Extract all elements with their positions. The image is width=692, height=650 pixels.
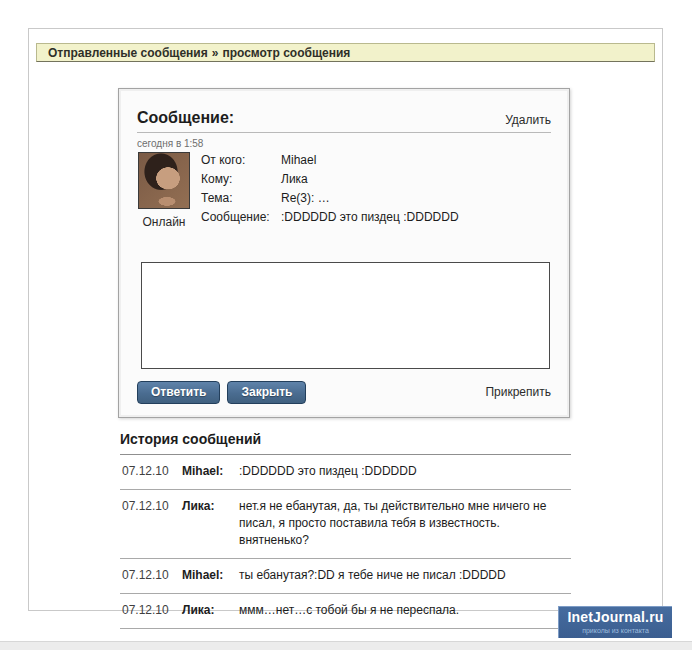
history-date: 07.12.10 [122, 498, 182, 549]
history-text: ты ебанутая?:DD я тебе ниче не писал :DD… [239, 567, 571, 584]
history-sender[interactable]: Лика: [182, 498, 239, 549]
message-card: Сообщение: Удалить сегодня в 1:58 Онлайн… [118, 88, 570, 418]
history-row: 07.12.10 Лика: ммм…нет…с тобой бы я не п… [120, 594, 571, 629]
reply-textarea[interactable] [141, 262, 550, 369]
history-sender[interactable]: Лика: [182, 602, 239, 619]
delete-link[interactable]: Удалить [505, 113, 551, 127]
field-label-message: Сообщение: [201, 210, 281, 224]
history-text: :DDDDDD это пиздец :DDDDDD [239, 463, 571, 480]
field-value-to[interactable]: Лика [281, 172, 308, 186]
history-row: 07.12.10 Лика: нет.я не ебанутая, да, ты… [120, 490, 571, 559]
inetjournal-logo[interactable]: InetJournal.ru приколы из контакта [558, 606, 672, 638]
breadcrumb-link-sent-messages[interactable]: Отправленные сообщения [48, 46, 208, 60]
history-sender[interactable]: Mihael: [182, 567, 239, 584]
breadcrumb: Отправленные сообщения » просмотр сообще… [36, 43, 655, 62]
history-text: ммм…нет…с тобой бы я не переспала. [239, 602, 571, 619]
field-label-to: Кому: [201, 172, 281, 186]
message-timestamp: сегодня в 1:58 [137, 138, 203, 149]
field-value-subject: Re(3): … [281, 191, 330, 205]
window-bottom-edge [0, 641, 692, 650]
logo-text: InetJournal.ru [559, 607, 672, 627]
history-title: История сообщений [120, 431, 571, 455]
field-label-from: От кого: [201, 153, 281, 167]
history-sender[interactable]: Mihael: [182, 463, 239, 480]
history-text: нет.я не ебанутая, да, ты действительно … [239, 498, 571, 549]
field-value-from[interactable]: Mihael [281, 153, 316, 167]
history-list: 07.12.10 Mihael: :DDDDDD это пиздец :DDD… [120, 455, 571, 629]
online-status: Онлайн [135, 215, 193, 229]
field-row-message: Сообщение: :DDDDDD это пиздец :DDDDDD [201, 207, 459, 226]
reply-button[interactable]: Ответить [137, 381, 220, 404]
breadcrumb-current: просмотр сообщения [222, 46, 350, 60]
history-date: 07.12.10 [122, 463, 182, 480]
logo-subtext: приколы из контакта [559, 627, 672, 634]
history-date: 07.12.10 [122, 567, 182, 584]
button-row: Ответить Закрыть Прикрепить [137, 380, 551, 404]
history-row: 07.12.10 Mihael: :DDDDDD это пиздец :DDD… [120, 455, 571, 490]
field-row-to: Кому: Лика [201, 169, 459, 188]
field-row-from: От кого: Mihael [201, 150, 459, 169]
avatar[interactable] [138, 152, 190, 209]
field-row-subject: Тема: Re(3): … [201, 188, 459, 207]
close-button[interactable]: Закрыть [227, 381, 306, 404]
history-date: 07.12.10 [122, 602, 182, 619]
field-label-subject: Тема: [201, 191, 281, 205]
screenshot-stage: Отправленные сообщения » просмотр сообще… [0, 0, 692, 650]
history-row: 07.12.10 Mihael: ты ебанутая?:DD я тебе … [120, 559, 571, 594]
breadcrumb-separator: » [212, 46, 219, 60]
field-value-message: :DDDDDD это пиздец :DDDDDD [281, 210, 459, 224]
message-card-header: Сообщение: Удалить [137, 105, 551, 133]
message-fields: От кого: Mihael Кому: Лика Тема: Re(3): … [201, 150, 459, 226]
message-title: Сообщение: [137, 109, 234, 127]
attach-link[interactable]: Прикрепить [485, 385, 551, 399]
